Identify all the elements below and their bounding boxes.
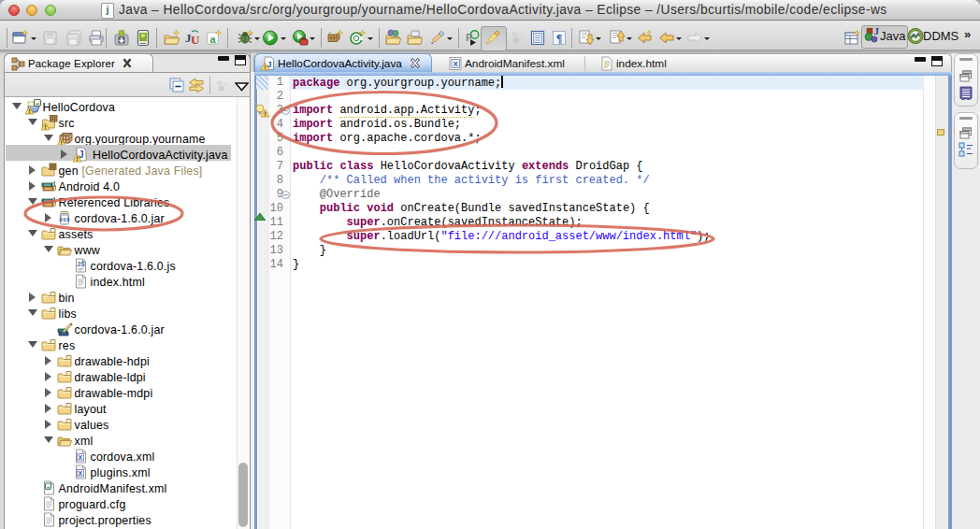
svg-text:¶: ¶ [556, 32, 562, 45]
svg-text:X: X [79, 454, 83, 461]
svg-text:X: X [454, 60, 459, 68]
svg-text:a: a [209, 34, 216, 45]
svg-text:J: J [874, 26, 880, 36]
svg-text:U: U [191, 33, 200, 47]
svg-text:JS: JS [77, 261, 85, 267]
svg-text:X: X [79, 470, 83, 477]
